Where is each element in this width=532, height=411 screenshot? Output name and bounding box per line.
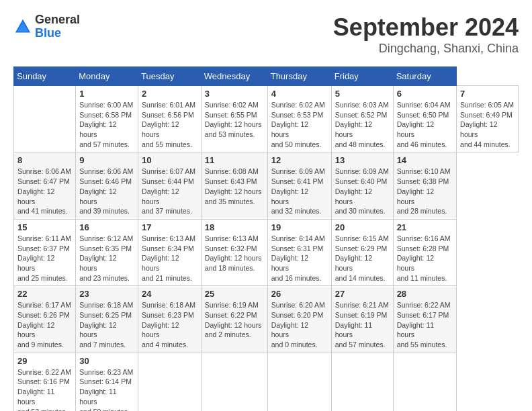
- sunrise-text: Sunrise: 6:15 AM: [335, 234, 390, 244]
- daylight-text: Daylight: 12 hours: [17, 320, 72, 340]
- daylight-text: Daylight: 12 hours: [17, 253, 72, 273]
- daylight-minutes-text: and 2 minutes.: [205, 330, 264, 340]
- day-info: Sunrise: 6:02 AMSunset: 6:53 PMDaylight:…: [271, 100, 328, 149]
- sunset-text: Sunset: 6:29 PM: [335, 244, 390, 254]
- daylight-text: Daylight: 12 hours: [142, 320, 197, 340]
- daylight-minutes-text: and 53 minutes.: [17, 407, 72, 412]
- calendar-cell: 11Sunrise: 6:08 AMSunset: 6:43 PMDayligh…: [201, 152, 267, 219]
- calendar-cell: 24Sunrise: 6:18 AMSunset: 6:23 PMDayligh…: [138, 286, 202, 353]
- daylight-text: Daylight: 12 hours: [271, 187, 328, 206]
- daylight-minutes-text: and 0 minutes.: [271, 340, 328, 350]
- sunset-text: Sunset: 6:34 PM: [142, 244, 197, 254]
- location: Dingchang, Shanxi, China: [333, 42, 519, 56]
- sunrise-text: Sunrise: 6:09 AM: [335, 167, 390, 177]
- sunset-text: Sunset: 6:43 PM: [205, 177, 264, 187]
- daylight-minutes-text: and 21 minutes.: [142, 273, 197, 283]
- sunrise-text: Sunrise: 6:21 AM: [335, 300, 390, 310]
- day-info: Sunrise: 6:00 AMSunset: 6:58 PMDaylight:…: [79, 100, 134, 149]
- calendar-cell: 6Sunrise: 6:04 AMSunset: 6:50 PMDaylight…: [393, 86, 456, 152]
- calendar-cell: [201, 353, 267, 411]
- daylight-text: Daylight: 12 hours: [142, 187, 197, 206]
- calendar-week-row: 22Sunrise: 6:17 AMSunset: 6:26 PMDayligh…: [14, 286, 519, 353]
- sunrise-text: Sunrise: 6:05 AM: [460, 100, 515, 110]
- daylight-minutes-text: and 46 minutes.: [397, 140, 453, 150]
- sunset-text: Sunset: 6:31 PM: [271, 244, 328, 254]
- calendar-cell: [14, 86, 76, 152]
- daylight-minutes-text: and 9 minutes.: [17, 340, 72, 350]
- sunset-text: Sunset: 6:47 PM: [17, 177, 72, 187]
- day-info: Sunrise: 6:23 AMSunset: 6:14 PMDaylight:…: [79, 367, 134, 411]
- day-number: 5: [335, 89, 390, 99]
- day-info: Sunrise: 6:12 AMSunset: 6:35 PMDaylight:…: [79, 234, 134, 283]
- day-info: Sunrise: 6:06 AMSunset: 6:46 PMDaylight:…: [79, 167, 134, 216]
- daylight-minutes-text: and 14 minutes.: [335, 273, 390, 283]
- sunrise-text: Sunrise: 6:06 AM: [79, 167, 134, 177]
- calendar-cell: 5Sunrise: 6:03 AMSunset: 6:52 PMDaylight…: [331, 86, 393, 152]
- day-number: 27: [335, 289, 390, 299]
- sunset-text: Sunset: 6:14 PM: [79, 377, 134, 387]
- calendar-cell: 20Sunrise: 6:15 AMSunset: 6:29 PMDayligh…: [331, 219, 393, 285]
- daylight-text: Daylight: 12 hours: [397, 187, 453, 206]
- day-info: Sunrise: 6:13 AMSunset: 6:34 PMDaylight:…: [142, 234, 197, 283]
- daylight-text: Daylight: 12 hours: [335, 187, 390, 206]
- daylight-minutes-text: and 57 minutes.: [79, 140, 134, 150]
- calendar-cell: 4Sunrise: 6:02 AMSunset: 6:53 PMDaylight…: [267, 86, 331, 152]
- calendar-cell: 16Sunrise: 6:12 AMSunset: 6:35 PMDayligh…: [76, 219, 138, 285]
- day-number: 24: [142, 289, 197, 299]
- daylight-text: Daylight: 11 hours: [335, 320, 390, 340]
- sunrise-text: Sunrise: 6:18 AM: [79, 300, 134, 310]
- sunrise-text: Sunrise: 6:13 AM: [142, 234, 197, 244]
- calendar-cell: 2Sunrise: 6:01 AMSunset: 6:56 PMDaylight…: [138, 86, 202, 152]
- calendar-cell: 8Sunrise: 6:06 AMSunset: 6:47 PMDaylight…: [14, 152, 76, 219]
- daylight-text: Daylight: 12 hours: [142, 253, 197, 273]
- day-number: 4: [271, 89, 328, 99]
- weekday-header: Sunday: [14, 67, 76, 86]
- daylight-minutes-text: and 39 minutes.: [79, 206, 134, 216]
- sunrise-text: Sunrise: 6:03 AM: [335, 100, 390, 110]
- day-number: 6: [397, 89, 453, 99]
- calendar-cell: 15Sunrise: 6:11 AMSunset: 6:37 PMDayligh…: [14, 219, 76, 285]
- daylight-minutes-text: and 48 minutes.: [335, 140, 390, 150]
- daylight-text: Daylight: 12 hours: [271, 253, 328, 273]
- sunset-text: Sunset: 6:55 PM: [205, 110, 264, 120]
- day-number: 20: [335, 222, 390, 232]
- sunset-text: Sunset: 6:38 PM: [397, 177, 453, 187]
- calendar-cell: 12Sunrise: 6:09 AMSunset: 6:41 PMDayligh…: [267, 152, 331, 219]
- sunset-text: Sunset: 6:41 PM: [271, 177, 328, 187]
- day-info: Sunrise: 6:01 AMSunset: 6:56 PMDaylight:…: [142, 100, 197, 149]
- sunrise-text: Sunrise: 6:18 AM: [142, 300, 197, 310]
- sunset-text: Sunset: 6:53 PM: [271, 110, 328, 120]
- day-number: 25: [205, 289, 264, 299]
- daylight-minutes-text: and 30 minutes.: [335, 206, 390, 216]
- daylight-minutes-text: and 25 minutes.: [17, 273, 72, 283]
- sunset-text: Sunset: 6:56 PM: [142, 110, 197, 120]
- sunrise-text: Sunrise: 6:20 AM: [271, 300, 328, 310]
- day-info: Sunrise: 6:18 AMSunset: 6:23 PMDaylight:…: [142, 300, 197, 349]
- sunset-text: Sunset: 6:35 PM: [79, 244, 134, 254]
- daylight-minutes-text: and 41 minutes.: [17, 206, 72, 216]
- day-info: Sunrise: 6:02 AMSunset: 6:55 PMDaylight:…: [205, 100, 264, 140]
- sunrise-text: Sunrise: 6:19 AM: [205, 300, 264, 310]
- daylight-minutes-text: and 53 minutes.: [205, 130, 264, 140]
- daylight-minutes-text: and 32 minutes.: [271, 206, 328, 216]
- calendar-cell: 27Sunrise: 6:21 AMSunset: 6:19 PMDayligh…: [331, 286, 393, 353]
- sunrise-text: Sunrise: 6:02 AM: [205, 100, 264, 110]
- day-info: Sunrise: 6:06 AMSunset: 6:47 PMDaylight:…: [17, 167, 72, 216]
- calendar-cell: 17Sunrise: 6:13 AMSunset: 6:34 PMDayligh…: [138, 219, 202, 285]
- calendar-cell: 26Sunrise: 6:20 AMSunset: 6:20 PMDayligh…: [267, 286, 331, 353]
- sunset-text: Sunset: 6:23 PM: [142, 310, 197, 320]
- day-info: Sunrise: 6:22 AMSunset: 6:16 PMDaylight:…: [17, 367, 72, 411]
- daylight-text: Daylight: 12 hours: [335, 120, 390, 139]
- daylight-minutes-text: and 55 minutes.: [142, 140, 197, 150]
- daylight-text: Daylight: 12 hours: [397, 120, 453, 139]
- day-number: 14: [397, 155, 453, 165]
- day-number: 13: [335, 155, 390, 165]
- day-info: Sunrise: 6:11 AMSunset: 6:37 PMDaylight:…: [17, 234, 72, 283]
- daylight-text: Daylight: 12 hours: [271, 120, 328, 139]
- calendar-cell: [393, 353, 456, 411]
- calendar-week-row: 15Sunrise: 6:11 AMSunset: 6:37 PMDayligh…: [14, 219, 519, 285]
- sunset-text: Sunset: 6:44 PM: [142, 177, 197, 187]
- day-info: Sunrise: 6:08 AMSunset: 6:43 PMDaylight:…: [205, 167, 264, 206]
- day-number: 8: [17, 155, 72, 165]
- day-info: Sunrise: 6:09 AMSunset: 6:40 PMDaylight:…: [335, 167, 390, 216]
